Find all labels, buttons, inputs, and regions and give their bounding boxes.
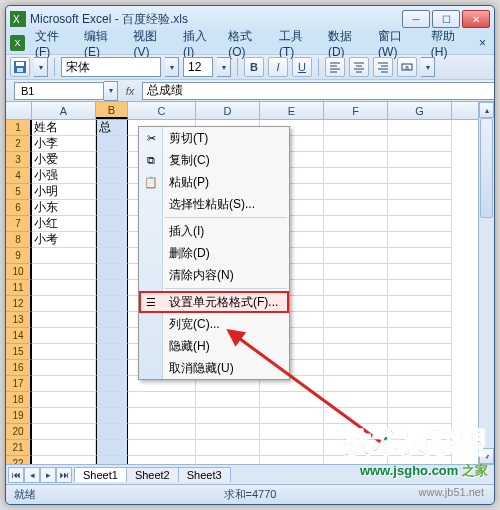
cell[interactable] <box>324 408 388 424</box>
cell[interactable] <box>388 264 452 280</box>
row-header[interactable]: 12 <box>6 296 32 312</box>
row-header[interactable]: 7 <box>6 216 32 232</box>
cell[interactable] <box>96 200 128 216</box>
cell[interactable] <box>32 408 96 424</box>
cell[interactable] <box>324 392 388 408</box>
cell[interactable] <box>324 216 388 232</box>
cell[interactable] <box>196 424 260 440</box>
row-header[interactable]: 18 <box>6 392 32 408</box>
row-header[interactable]: 9 <box>6 248 32 264</box>
scroll-thumb[interactable] <box>480 118 493 218</box>
cell[interactable] <box>388 216 452 232</box>
row-header[interactable]: 3 <box>6 152 32 168</box>
cell[interactable] <box>388 344 452 360</box>
cell[interactable] <box>96 408 128 424</box>
save-dropdown[interactable]: ▾ <box>34 57 48 77</box>
col-header-G[interactable]: G <box>388 102 452 119</box>
name-box[interactable]: B1 <box>14 82 104 100</box>
menu-format[interactable]: 格式(O) <box>222 26 273 61</box>
merge-button[interactable]: a <box>397 57 417 77</box>
row-header[interactable]: 6 <box>6 200 32 216</box>
cell[interactable] <box>96 248 128 264</box>
align-center-button[interactable] <box>349 57 369 77</box>
select-all-corner[interactable] <box>6 102 32 119</box>
cell[interactable] <box>388 152 452 168</box>
font-dropdown[interactable]: ▾ <box>165 57 179 77</box>
row-header[interactable]: 1 <box>6 120 32 136</box>
cell[interactable] <box>32 344 96 360</box>
cell[interactable] <box>388 376 452 392</box>
cell[interactable] <box>96 344 128 360</box>
tab-nav-prev[interactable]: ◂ <box>24 467 40 483</box>
cell[interactable] <box>128 424 196 440</box>
cell[interactable] <box>324 264 388 280</box>
cell[interactable]: 小爱 <box>32 152 96 168</box>
scroll-up-button[interactable]: ▴ <box>479 102 494 118</box>
row-header[interactable]: 5 <box>6 184 32 200</box>
sheet-tab-3[interactable]: Sheet3 <box>178 467 231 482</box>
menu-data[interactable]: 数据(D) <box>322 26 372 61</box>
cell[interactable] <box>96 168 128 184</box>
vertical-scrollbar[interactable]: ▴ ▾ <box>478 102 494 464</box>
cell[interactable] <box>388 120 452 136</box>
menu-file[interactable]: 文件(F) <box>29 26 78 61</box>
align-right-button[interactable] <box>373 57 393 77</box>
row-header[interactable]: 20 <box>6 424 32 440</box>
cell[interactable] <box>388 136 452 152</box>
sheet-tab-2[interactable]: Sheet2 <box>126 467 179 482</box>
col-header-B[interactable]: B <box>96 102 128 119</box>
cell[interactable] <box>324 344 388 360</box>
cell[interactable] <box>388 280 452 296</box>
cell[interactable] <box>128 440 196 456</box>
cell[interactable] <box>260 424 324 440</box>
cell[interactable] <box>96 328 128 344</box>
cell[interactable]: 小红 <box>32 216 96 232</box>
cell[interactable] <box>32 328 96 344</box>
col-header-A[interactable]: A <box>32 102 96 119</box>
cell[interactable] <box>260 408 324 424</box>
cell[interactable] <box>324 200 388 216</box>
cell[interactable] <box>32 392 96 408</box>
cell[interactable] <box>324 328 388 344</box>
cell[interactable] <box>388 360 452 376</box>
row-header[interactable]: 11 <box>6 280 32 296</box>
cell[interactable] <box>96 280 128 296</box>
namebox-dropdown[interactable]: ▾ <box>104 81 118 101</box>
row-header[interactable]: 21 <box>6 440 32 456</box>
ctx-paste-special[interactable]: 选择性粘贴(S)... <box>139 193 289 215</box>
cell[interactable]: 姓名 <box>32 120 96 136</box>
cell[interactable] <box>324 232 388 248</box>
ctx-clear[interactable]: 清除内容(N) <box>139 264 289 286</box>
col-header-D[interactable]: D <box>196 102 260 119</box>
cell[interactable] <box>96 376 128 392</box>
menu-window[interactable]: 窗口(W) <box>372 26 425 61</box>
cell[interactable] <box>32 360 96 376</box>
cell[interactable] <box>32 376 96 392</box>
col-header-F[interactable]: F <box>324 102 388 119</box>
ctx-insert[interactable]: 插入(I) <box>139 220 289 242</box>
cell[interactable] <box>96 232 128 248</box>
cell[interactable] <box>32 248 96 264</box>
fontsize-dropdown[interactable]: ▾ <box>217 57 231 77</box>
cell[interactable] <box>324 184 388 200</box>
row-header[interactable]: 19 <box>6 408 32 424</box>
row-header[interactable]: 16 <box>6 360 32 376</box>
ctx-hide[interactable]: 隐藏(H) <box>139 335 289 357</box>
cell[interactable] <box>96 424 128 440</box>
row-header[interactable]: 4 <box>6 168 32 184</box>
fx-icon[interactable]: fx <box>122 83 138 99</box>
cell[interactable] <box>388 392 452 408</box>
font-select[interactable]: 宋体 <box>61 57 161 77</box>
cell[interactable] <box>96 184 128 200</box>
cell[interactable]: 小东 <box>32 200 96 216</box>
cell[interactable] <box>260 440 324 456</box>
cell[interactable]: 总 <box>96 120 128 136</box>
cell[interactable] <box>96 392 128 408</box>
cell[interactable] <box>96 360 128 376</box>
cell[interactable] <box>388 232 452 248</box>
menu-insert[interactable]: 插入(I) <box>177 26 222 61</box>
bold-button[interactable]: B <box>244 57 264 77</box>
menu-edit[interactable]: 编辑(E) <box>78 26 128 61</box>
cell[interactable] <box>388 328 452 344</box>
cell[interactable] <box>388 168 452 184</box>
